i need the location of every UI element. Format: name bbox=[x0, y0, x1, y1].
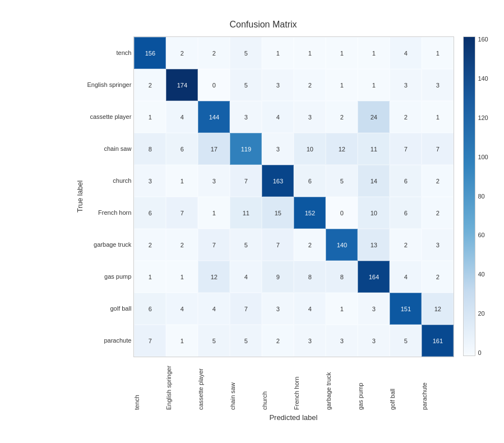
matrix-cell: 3 bbox=[422, 229, 454, 261]
matrix-cell: 11 bbox=[230, 197, 262, 229]
matrix-cell: 1 bbox=[326, 293, 358, 325]
matrix-cell: 11 bbox=[358, 133, 390, 165]
colorbar-tick: 80 bbox=[478, 193, 488, 200]
matrix-cell: 4 bbox=[390, 261, 422, 293]
matrix-cell: 3 bbox=[262, 133, 294, 165]
matrix-cell: 156 bbox=[134, 37, 166, 69]
matrix-cell: 2 bbox=[390, 101, 422, 133]
matrix-cell: 3 bbox=[358, 293, 390, 325]
matrix-cell: 7 bbox=[166, 197, 198, 229]
matrix-cell: 174 bbox=[166, 69, 198, 101]
matrix-cell: 4 bbox=[294, 293, 326, 325]
matrix-cell: 140 bbox=[326, 229, 358, 261]
matrix-cell: 1 bbox=[294, 37, 326, 69]
matrix-cell: 6 bbox=[390, 165, 422, 197]
x-label: parachute bbox=[421, 359, 453, 410]
matrix-cell: 4 bbox=[262, 101, 294, 133]
colorbar-tick: 160 bbox=[478, 36, 488, 43]
matrix-cell: 2 bbox=[134, 69, 166, 101]
y-label: garbage truck bbox=[87, 228, 132, 260]
matrix-cell: 9 bbox=[262, 261, 294, 293]
matrix-cell: 3 bbox=[134, 165, 166, 197]
y-label: chain saw bbox=[87, 132, 132, 164]
matrix-cell: 3 bbox=[294, 101, 326, 133]
colorbar-tick: 100 bbox=[478, 154, 488, 160]
x-axis-label: Predicted label bbox=[133, 413, 453, 422]
matrix-cell: 15 bbox=[262, 197, 294, 229]
y-label: gas pump bbox=[87, 260, 132, 292]
matrix-cell: 3 bbox=[326, 325, 358, 357]
y-axis-label: True label bbox=[76, 36, 84, 356]
matrix-cell: 24 bbox=[358, 101, 390, 133]
matrix-cell: 7 bbox=[134, 325, 166, 357]
chart-title: Confusion Matrix bbox=[76, 20, 451, 30]
matrix-cell: 164 bbox=[358, 261, 390, 293]
matrix-cell: 1 bbox=[326, 69, 358, 101]
matrix-cell: 0 bbox=[198, 69, 230, 101]
x-labels: tenchEnglish springercassette playerchai… bbox=[133, 359, 454, 410]
matrix-cell: 6 bbox=[166, 133, 198, 165]
matrix-cell: 2 bbox=[294, 229, 326, 261]
matrix-cell: 12 bbox=[422, 293, 454, 325]
matrix-cell: 4 bbox=[166, 293, 198, 325]
matrix-cell: 5 bbox=[230, 69, 262, 101]
matrix-cell: 2 bbox=[166, 229, 198, 261]
colorbar-tick: 40 bbox=[478, 271, 488, 278]
x-label: garbage truck bbox=[325, 359, 357, 410]
matrix-cell: 1 bbox=[358, 37, 390, 69]
matrix-cell: 13 bbox=[358, 229, 390, 261]
matrix-cell: 1 bbox=[198, 197, 230, 229]
matrix-cell: 17 bbox=[198, 133, 230, 165]
matrix-cell: 7 bbox=[422, 133, 454, 165]
x-label: cassette player bbox=[197, 359, 229, 410]
matrix-cell: 5 bbox=[198, 325, 230, 357]
matrix-cell: 152 bbox=[294, 197, 326, 229]
matrix-cell: 2 bbox=[294, 69, 326, 101]
y-labels: tenchEnglish springercassette playerchai… bbox=[87, 36, 132, 356]
matrix-cell: 5 bbox=[326, 165, 358, 197]
matrix-cell: 2 bbox=[326, 101, 358, 133]
matrix-cell: 144 bbox=[198, 101, 230, 133]
matrix-cell: 3 bbox=[262, 293, 294, 325]
matrix-cell: 0 bbox=[326, 197, 358, 229]
chart-container: Confusion Matrix True label tenchEnglish… bbox=[8, 8, 496, 435]
matrix-cell: 1 bbox=[358, 69, 390, 101]
matrix-cell: 2 bbox=[390, 229, 422, 261]
matrix-cell: 4 bbox=[390, 37, 422, 69]
matrix-cell: 6 bbox=[134, 293, 166, 325]
matrix-cell: 2 bbox=[422, 197, 454, 229]
matrix-cell: 7 bbox=[230, 165, 262, 197]
matrix-cell: 1 bbox=[166, 325, 198, 357]
matrix-cell: 3 bbox=[358, 325, 390, 357]
matrix-cell: 7 bbox=[198, 229, 230, 261]
matrix-cell: 10 bbox=[294, 133, 326, 165]
matrix-cell: 1 bbox=[422, 37, 454, 69]
matrix-cell: 3 bbox=[390, 69, 422, 101]
y-label: golf ball bbox=[87, 292, 132, 324]
matrix-cell: 10 bbox=[358, 197, 390, 229]
matrix-cell: 14 bbox=[358, 165, 390, 197]
y-label: church bbox=[87, 164, 132, 196]
matrix-cell: 2 bbox=[166, 37, 198, 69]
matrix-cell: 7 bbox=[390, 133, 422, 165]
x-label: English springer bbox=[165, 359, 197, 410]
matrix-cell: 5 bbox=[390, 325, 422, 357]
matrix-cell: 3 bbox=[230, 101, 262, 133]
matrix-cell: 1 bbox=[166, 165, 198, 197]
matrix-cell: 12 bbox=[198, 261, 230, 293]
matrix-cell: 6 bbox=[134, 197, 166, 229]
matrix-cell: 5 bbox=[230, 37, 262, 69]
colorbar-tick: 140 bbox=[478, 76, 488, 82]
y-label: cassette player bbox=[87, 100, 132, 132]
matrix-cell: 3 bbox=[262, 69, 294, 101]
matrix-cell: 4 bbox=[166, 101, 198, 133]
colorbar-tick: 60 bbox=[478, 232, 488, 238]
x-label: golf ball bbox=[389, 359, 421, 410]
matrix-cell: 12 bbox=[326, 133, 358, 165]
colorbar-ticks: 160140120100806040200 bbox=[478, 36, 488, 356]
y-label: parachute bbox=[87, 324, 132, 356]
confusion-matrix: 1562251111412174053211331414434322421861… bbox=[133, 36, 454, 357]
matrix-cell: 1 bbox=[166, 261, 198, 293]
matrix-cell: 7 bbox=[230, 293, 262, 325]
matrix-cell: 119 bbox=[230, 133, 262, 165]
